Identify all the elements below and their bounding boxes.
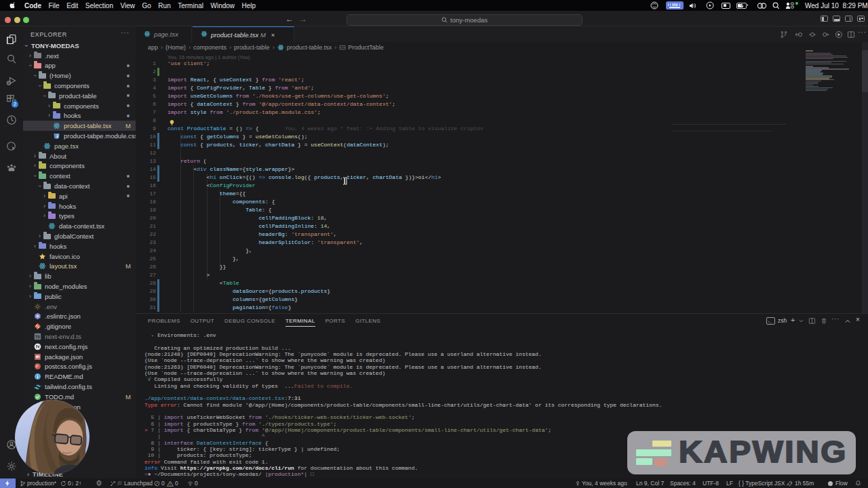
svg-text:TS: TS xyxy=(35,335,40,339)
